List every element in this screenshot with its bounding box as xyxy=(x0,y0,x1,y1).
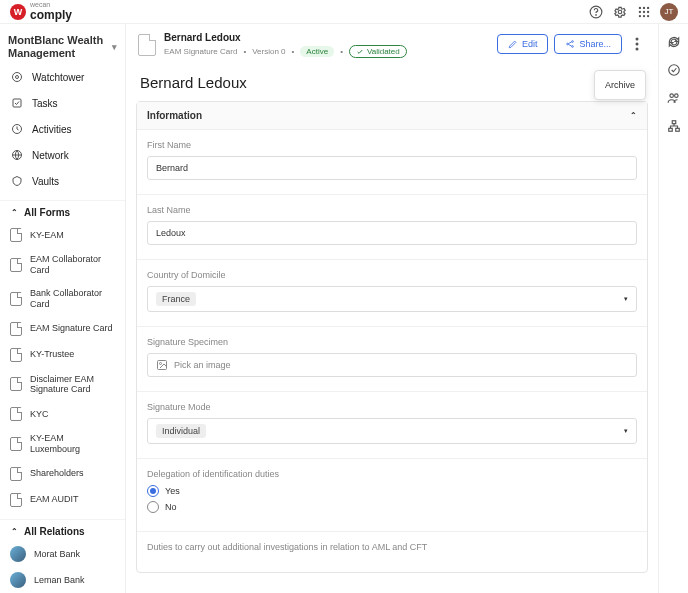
form-kyc[interactable]: KYC xyxy=(0,401,125,427)
svg-rect-29 xyxy=(668,128,672,131)
check-circle-icon[interactable] xyxy=(666,62,682,78)
apps-icon[interactable] xyxy=(636,4,652,20)
form-eam-collab[interactable]: EAM Collaborator Card xyxy=(0,248,125,282)
form-eam-audit[interactable]: EAM AUDIT xyxy=(0,487,125,513)
document-icon xyxy=(10,228,22,242)
form-label: KY-Trustee xyxy=(30,349,74,360)
relation-item[interactable]: Morat Bank xyxy=(0,541,125,567)
nav-network[interactable]: Network xyxy=(0,142,125,168)
field-label: Country of Domicile xyxy=(147,270,637,280)
nav-label: Network xyxy=(32,150,69,161)
radio-yes[interactable]: Yes xyxy=(147,485,637,497)
card-title: Information xyxy=(147,110,202,121)
org-name: MontBlanc Wealth Management xyxy=(8,34,111,60)
nav-label: Vaults xyxy=(32,176,59,187)
org-chart-icon[interactable] xyxy=(666,118,682,134)
header-text: Bernard Ledoux EAM Signature Card • Vers… xyxy=(164,32,489,58)
chevron-up-icon: ⌃ xyxy=(11,208,17,217)
record-title: Bernard Ledoux xyxy=(164,32,489,43)
document-icon xyxy=(10,258,22,272)
image-picker[interactable]: Pick an image xyxy=(147,353,637,377)
form-ky-eam-lux[interactable]: KY-EAM Luxembourg xyxy=(0,427,125,461)
chevron-down-icon: ▾ xyxy=(624,295,628,303)
form-eam-sig[interactable]: EAM Signature Card xyxy=(0,316,125,342)
radio-no[interactable]: No xyxy=(147,501,637,513)
more-menu-button[interactable] xyxy=(628,32,646,56)
svg-point-10 xyxy=(643,14,645,16)
logo[interactable]: W wecan comply xyxy=(10,1,72,22)
right-rail xyxy=(658,24,688,593)
document-icon xyxy=(10,377,22,391)
form-bank-collab[interactable]: Bank Collaborator Card xyxy=(0,282,125,316)
section-all-forms[interactable]: ⌃All Forms xyxy=(0,200,125,222)
form-label: KYC xyxy=(30,409,49,420)
org-switcher[interactable]: MontBlanc Wealth Management ▾ xyxy=(0,30,125,64)
form-shareholders[interactable]: Shareholders xyxy=(0,461,125,487)
form-label: EAM AUDIT xyxy=(30,494,79,505)
status-active-badge: Active xyxy=(300,46,334,57)
relation-item[interactable]: Leman Bank xyxy=(0,567,125,593)
logo-name: comply xyxy=(30,8,72,22)
first-name-input[interactable] xyxy=(147,156,637,180)
document-icon xyxy=(10,467,22,481)
archive-menu-item[interactable]: Archive xyxy=(595,75,645,95)
svg-point-13 xyxy=(16,76,19,79)
form-label: KY-EAM Luxembourg xyxy=(30,433,115,455)
svg-point-27 xyxy=(674,94,678,98)
section-label: All Relations xyxy=(24,526,85,537)
edit-button[interactable]: Edit xyxy=(497,34,549,54)
svg-point-20 xyxy=(636,38,639,41)
status-validated-badge: Validated xyxy=(349,45,407,58)
document-icon xyxy=(10,407,22,421)
topbar: W wecan comply JT xyxy=(0,0,688,24)
svg-point-18 xyxy=(572,41,574,43)
form-disclaimer[interactable]: Disclaimer EAM Signature Card xyxy=(0,368,125,402)
dot: • xyxy=(243,47,246,56)
delegation-field: Delegation of identification duties Yes … xyxy=(137,459,647,532)
user-avatar[interactable]: JT xyxy=(660,3,678,21)
duties-field: Duties to carry out additional investiga… xyxy=(137,532,647,572)
settings-icon[interactable] xyxy=(612,4,628,20)
form-label: Shareholders xyxy=(30,468,84,479)
form-label: Disclaimer EAM Signature Card xyxy=(30,374,115,396)
vaults-icon xyxy=(10,174,24,188)
help-icon[interactable] xyxy=(588,4,604,20)
last-name-input[interactable] xyxy=(147,221,637,245)
page-title: Bernard Ledoux xyxy=(126,64,658,101)
country-select[interactable]: France ▾ xyxy=(147,286,637,312)
svg-point-12 xyxy=(13,73,22,82)
svg-point-9 xyxy=(639,14,641,16)
sync-icon[interactable] xyxy=(666,34,682,50)
section-all-relations[interactable]: ⌃All Relations xyxy=(0,519,125,541)
mode-field: Signature Mode Individual ▾ xyxy=(137,392,647,459)
form-ky-trustee[interactable]: KY-Trustee xyxy=(0,342,125,368)
nav-activities[interactable]: Activities xyxy=(0,116,125,142)
edit-label: Edit xyxy=(522,39,538,49)
record-version: Version 0 xyxy=(252,47,285,56)
users-icon[interactable] xyxy=(666,90,682,106)
field-label: First Name xyxy=(147,140,637,150)
content: Bernard Ledoux EAM Signature Card • Vers… xyxy=(126,24,688,593)
nav-label: Tasks xyxy=(32,98,58,109)
nav-label: Watchtower xyxy=(32,72,84,83)
form-label: KY-EAM xyxy=(30,230,64,241)
svg-point-21 xyxy=(636,43,639,46)
nav-watchtower[interactable]: Watchtower xyxy=(0,64,125,90)
form-label: Bank Collaborator Card xyxy=(30,288,115,310)
svg-point-1 xyxy=(596,14,597,15)
share-button[interactable]: Share... xyxy=(554,34,622,54)
field-label: Delegation of identification duties xyxy=(147,469,637,479)
watchtower-icon xyxy=(10,70,24,84)
nav-vaults[interactable]: Vaults xyxy=(0,168,125,194)
info-card: Information ⌃ First Name Last Name Count… xyxy=(136,101,648,573)
form-ky-eam[interactable]: KY-EAM xyxy=(0,222,125,248)
record-type: EAM Signature Card xyxy=(164,47,237,56)
logo-text-wrap: wecan comply xyxy=(30,1,72,22)
svg-point-6 xyxy=(639,10,641,12)
first-name-field: First Name xyxy=(137,130,647,195)
mode-select[interactable]: Individual ▾ xyxy=(147,418,637,444)
tasks-icon xyxy=(10,96,24,110)
card-header[interactable]: Information ⌃ xyxy=(137,102,647,130)
nav-tasks[interactable]: Tasks xyxy=(0,90,125,116)
radio-label: Yes xyxy=(165,486,180,496)
